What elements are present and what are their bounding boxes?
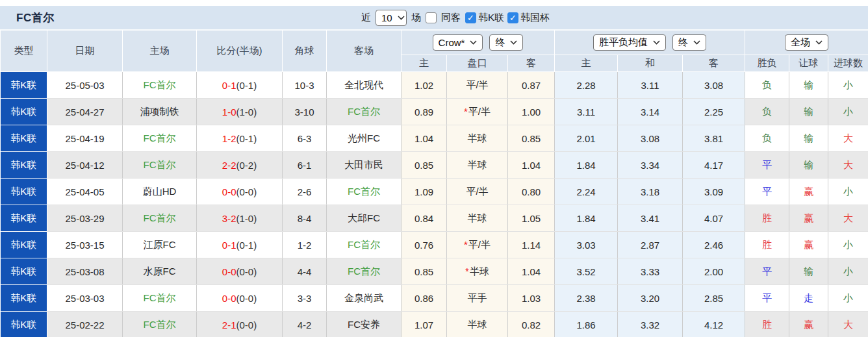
halftime-score: (1-0): [236, 213, 257, 224]
avg-time-select[interactable]: 终: [672, 34, 706, 51]
goals-result-cell: 小: [828, 258, 868, 285]
result-scope-select[interactable]: 全场: [785, 34, 828, 51]
result-cell: 胜: [745, 232, 789, 258]
col-header-date: 日期: [47, 31, 123, 72]
corner-cell: 3-3: [283, 285, 327, 312]
score-cell: 3-2(1-0): [197, 205, 283, 232]
table-header: 类型 日期 主场 比分(半场) 角球 客场 Crow* 终: [1, 31, 868, 72]
match-row: 韩K联25-03-03FC首尔0-0(0-0)3-3金泉尚武0.86平手1.03…: [1, 285, 868, 312]
odds-away-cell: 0.87: [508, 72, 555, 99]
home-team-cell: 江原FC: [123, 232, 197, 258]
fulltime-score: 0-1: [222, 240, 236, 251]
halftime-score: (0-0): [236, 293, 257, 304]
league-type-cell: 韩K联: [1, 125, 47, 152]
star-icon: *: [465, 266, 469, 277]
league-type-cell: 韩K联: [1, 285, 47, 312]
result-cell: 胜: [745, 205, 789, 232]
result-cell: 平: [745, 152, 789, 179]
away-team-cell: 光州FC: [327, 125, 402, 152]
avg-draw-cell: 3.20: [618, 285, 683, 312]
avg-win-cell: 2.38: [555, 285, 618, 312]
odds-away-cell: 0.82: [508, 312, 555, 337]
home-team-cell: FC首尔: [123, 152, 197, 179]
corner-cell: 8-4: [283, 205, 327, 232]
col-header-home: 主场: [123, 31, 197, 72]
goals-result-cell: 小: [828, 99, 868, 125]
league-type-cell: 韩K联: [1, 312, 47, 337]
avg-draw-cell: 3.08: [618, 125, 683, 152]
corner-cell: 4-2: [283, 312, 327, 337]
score-cell: 0-0(0-0): [197, 285, 283, 312]
chevron-down-icon: [470, 40, 477, 45]
same-venue-checkbox[interactable]: [426, 12, 437, 23]
handicap-result-cell: 输: [789, 99, 828, 125]
avg-lose-cell: 2.46: [683, 232, 745, 258]
fulltime-score: 0-0: [222, 186, 236, 197]
halftime-score: (0-1): [236, 80, 257, 91]
odds-away-cell: 1.04: [508, 152, 555, 179]
avg-lose-cell: 2.00: [683, 258, 745, 285]
odds-home-cell: 0.86: [402, 285, 447, 312]
handicap-text: 半球: [470, 266, 489, 277]
away-team-cell: FC首尔: [327, 232, 402, 258]
avg-lose-cell: 3.08: [683, 72, 745, 99]
corner-cell: 6-1: [283, 152, 327, 179]
league-type-cell: 韩K联: [1, 152, 47, 179]
chevron-down-icon: [510, 40, 517, 45]
result-cell: 平: [745, 258, 789, 285]
handicap-text: 平/半: [466, 79, 488, 90]
handicap-text: 平/半: [468, 239, 491, 250]
odds-home-cell: 1.09: [402, 179, 447, 205]
league-type-cell: 韩K联: [1, 205, 47, 232]
odds-away-cell: 1.14: [508, 232, 555, 258]
avg-draw-cell: 3.18: [618, 179, 683, 205]
handicap-result-cell: 赢: [789, 205, 828, 232]
date-cell: 25-04-19: [47, 125, 123, 152]
halftime-score: (1-0): [236, 106, 257, 118]
result-scope-value: 全场: [791, 36, 810, 49]
league-label: 韩K联: [478, 12, 504, 24]
recent-count-value: 10: [381, 12, 392, 23]
match-row: 韩K联25-04-05蔚山HD0-0(0-0)2-6FC首尔1.09平/半0.8…: [1, 179, 868, 205]
handicap-result-cell: 走: [789, 285, 828, 312]
date-cell: 25-04-27: [47, 99, 123, 125]
col-header-corner: 角球: [283, 31, 327, 72]
match-history-table: 类型 日期 主场 比分(半场) 角球 客场 Crow* 终: [0, 30, 868, 337]
recent-count-select[interactable]: 10: [376, 10, 407, 26]
handicap-cell: 平/半: [447, 179, 508, 205]
avg-lose-cell: 4.17: [683, 152, 745, 179]
league-checkbox[interactable]: ✓: [465, 12, 476, 23]
home-team-cell: FC首尔: [123, 205, 197, 232]
handicap-cell: 半球: [447, 125, 508, 152]
table-body: 韩K联25-05-03FC首尔0-1(0-1)10-3全北现代1.02平/半0.…: [1, 72, 868, 337]
fulltime-score: 0-1: [222, 80, 236, 91]
league-type-cell: 韩K联: [1, 99, 47, 125]
check-icon: ✓: [509, 14, 517, 22]
away-team-cell: FC首尔: [327, 99, 402, 125]
league-type-cell: 韩K联: [1, 232, 47, 258]
goals-result-cell: 小: [828, 285, 868, 312]
avg-type-select[interactable]: 胜平负均值: [593, 34, 666, 51]
halftime-score: (0-0): [236, 186, 257, 197]
score-cell: 0-1(0-1): [197, 72, 283, 99]
cup-checkbox[interactable]: ✓: [507, 12, 518, 23]
odds-time-select[interactable]: 终: [489, 34, 523, 51]
handicap-text: 平/半: [468, 106, 491, 117]
odds-home-cell: 0.89: [402, 99, 447, 125]
page-title: FC首尔: [16, 10, 55, 25]
corner-cell: 10-3: [283, 72, 327, 99]
league-type-cell: 韩K联: [1, 258, 47, 285]
recent-label: 近: [361, 12, 371, 24]
subcol-avg-draw: 和: [618, 55, 683, 72]
score-cell: 2-1(0-0): [197, 312, 283, 337]
avg-win-cell: 3.11: [555, 99, 618, 125]
match-row: 韩K联25-02-22FC首尔2-1(0-0)4-2FC安养1.07半球0.82…: [1, 312, 868, 337]
odds-group-header: Crow* 终: [402, 31, 555, 55]
halftime-score: (0-0): [236, 319, 257, 331]
subcol-avg-win: 主: [555, 55, 618, 72]
odds-company-value: Crow*: [439, 37, 465, 48]
chevron-down-icon: [815, 40, 823, 45]
home-team-cell: FC首尔: [123, 285, 197, 312]
fulltime-score: 1-2: [222, 133, 236, 144]
odds-company-select[interactable]: Crow*: [433, 34, 483, 51]
